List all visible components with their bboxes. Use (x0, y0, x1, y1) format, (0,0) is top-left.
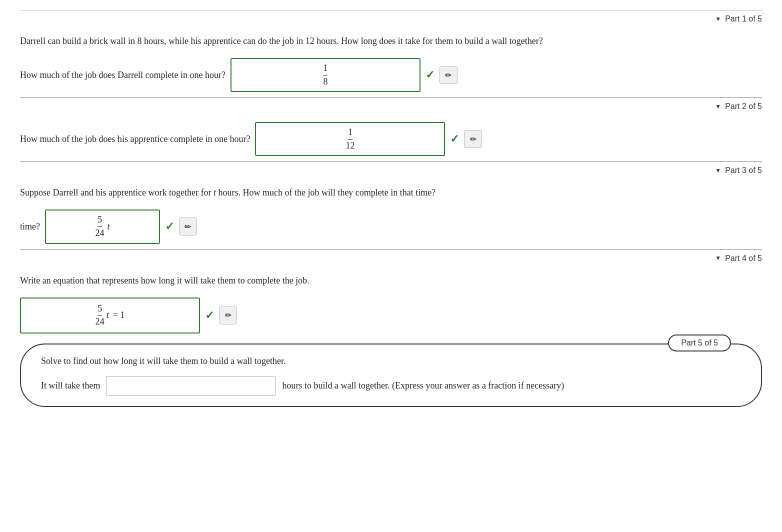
part2-answer-row: How much of the job does his apprentice … (20, 122, 762, 156)
part4-eq-sign: = 1 (113, 310, 125, 320)
part3-denominator: 24 (95, 227, 104, 239)
part3-question: Suppose Darrell and his apprentice work … (20, 186, 762, 200)
part4-question: Write an equation that represents how lo… (20, 274, 762, 288)
part1-numerator: 1 (323, 63, 328, 76)
part2-question: How much of the job does his apprentice … (20, 134, 250, 144)
part5-label: Part 5 of 5 (668, 334, 731, 352)
part2-pencil-button[interactable]: ✏ (464, 130, 482, 148)
part4-answer-box: 5 24 t = 1 (20, 298, 200, 334)
part4-header: ▼ Part 4 of 5 (20, 250, 762, 266)
part1-denominator: 8 (323, 76, 328, 88)
part2-answer-box: 1 12 (255, 122, 445, 156)
part4-section: Write an equation that represents how lo… (20, 266, 762, 338)
part5-question: Solve to find out how long it will take … (41, 354, 741, 368)
part3-question-prefix: Suppose Darrell and his apprentice work … (20, 188, 211, 198)
part1-header: ▼ Part 1 of 5 (20, 10, 762, 26)
part1-triangle-icon: ▼ (715, 16, 721, 23)
part2-triangle-icon: ▼ (715, 103, 721, 110)
part1-main-question: Darrell can build a brick wall in 8 hour… (20, 34, 762, 48)
part5-answer-input[interactable] (106, 376, 276, 396)
part3-answer-box: 5 24 t (45, 210, 160, 244)
part2-fraction: 1 12 (346, 127, 354, 151)
part4-numerator: 5 (98, 304, 102, 316)
part4-denominator: 24 (96, 316, 104, 328)
part3-var: t (107, 222, 110, 232)
part5-answer-sentence: It will take them hours to build a wall … (41, 376, 741, 396)
part2-label: Part 2 of 5 (725, 102, 762, 111)
part3-pencil-button[interactable]: ✏ (179, 218, 197, 236)
part3-answer-row: time? 5 24 t ✓ ✏ (20, 210, 762, 244)
part4-triangle-icon: ▼ (715, 254, 721, 262)
part1-fraction: 1 8 (323, 63, 328, 87)
part3-label: Part 3 of 5 (725, 166, 762, 175)
part2-denominator: 12 (346, 140, 354, 152)
part2-check-icon: ✓ (450, 132, 459, 146)
part4-label: Part 4 of 5 (725, 254, 762, 263)
part1-pencil-button[interactable]: ✏ (440, 66, 458, 84)
part1-section: Darrell can build a brick wall in 8 hour… (20, 26, 762, 97)
part3-check-icon: ✓ (165, 220, 174, 233)
part4-fraction: 5 24 (96, 304, 104, 328)
part2-section: How much of the job does his apprentice … (20, 114, 762, 161)
part2-numerator: 1 (348, 127, 352, 140)
part4-answer-row: 5 24 t = 1 ✓ ✏ (20, 298, 762, 334)
part1-check-icon: ✓ (426, 68, 434, 82)
part5-sentence-suffix: hours to build a wall together. (Express… (282, 380, 564, 391)
part3-fraction: 5 24 (95, 214, 104, 238)
part3-header: ▼ Part 3 of 5 (20, 162, 762, 178)
part3-triangle-icon: ▼ (715, 167, 721, 174)
part3-time-label: time? (20, 222, 40, 232)
part3-question-suffix: hours. How much of the job will they com… (218, 188, 436, 198)
part4-pencil-button[interactable]: ✏ (219, 306, 237, 324)
part5-sentence-prefix: It will take them (41, 380, 100, 391)
part3-section: Suppose Darrell and his apprentice work … (20, 178, 762, 248)
part4-check-icon: ✓ (205, 309, 214, 322)
part1-label: Part 1 of 5 (725, 14, 762, 24)
part1-answer-box: 1 8 (230, 58, 420, 92)
part1-answer-row: How much of the job does Darrell complet… (20, 58, 762, 92)
part3-numerator: 5 (98, 214, 102, 227)
part5-bubble: Part 5 of 5 Solve to find out how long i… (20, 344, 762, 407)
part3-question-var: t (214, 188, 216, 198)
part4-t-var: t (106, 310, 109, 320)
part2-header: ▼ Part 2 of 5 (20, 98, 762, 114)
part1-sub-question: How much of the job does Darrell complet… (20, 70, 226, 80)
